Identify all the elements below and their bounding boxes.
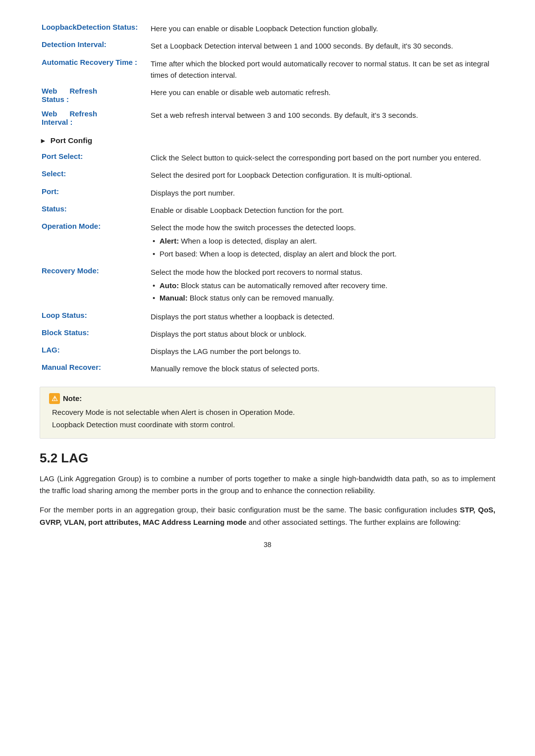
select-desc: Select the desired port for Loopback Det…: [149, 166, 495, 184]
note-item-1: Recovery Mode is not selectable when Ale…: [49, 407, 486, 418]
status-label: Status:: [42, 204, 67, 213]
lag-desc: Displays the LAG number the port belongs…: [149, 343, 495, 360]
web-refresh-status-desc: Here you can enable or disable web autom…: [149, 84, 495, 106]
manual-recover-row: Manual Recover: Manually remove the bloc…: [40, 360, 495, 377]
web-refresh-interval-label: Web Refresh Interval :: [42, 109, 97, 126]
note-item-2: Loopback Detection must coordinate with …: [49, 419, 486, 431]
port-select-desc: Click the Select button to quick-select …: [149, 149, 495, 166]
detection-interval-desc: Set a Loopback Detection interval betwee…: [149, 37, 495, 54]
loop-status-desc: Displays the port status whether a loopb…: [149, 308, 495, 325]
operation-mode-desc: Select the mode how the switch processes…: [149, 219, 495, 263]
loop-status-label: Loop Status:: [42, 311, 87, 319]
status-row: Status: Enable or disable Loopback Detec…: [40, 202, 495, 219]
port-config-fields-table: Port Select: Click the Select button to …: [40, 149, 495, 378]
detection-interval-label: Detection Interval:: [42, 40, 107, 49]
web-refresh-status-label: Web Refresh Status :: [42, 87, 97, 103]
automatic-recovery-time-label: Automatic Recovery Time :: [42, 58, 137, 66]
block-status-desc: Displays the port status about block or …: [149, 325, 495, 343]
recovery-mode-desc: Select the mode how the blocked port rec…: [149, 263, 495, 308]
section-52-para2: For the member ports in an aggregation g…: [40, 504, 495, 529]
select-label: Select:: [42, 169, 66, 178]
status-desc: Enable or disable Loopback Detection fun…: [149, 202, 495, 219]
note-title: Note:: [63, 394, 82, 403]
recovery-mode-bullets: Auto: Block status can be automatically …: [151, 280, 493, 304]
select-row: Select: Select the desired port for Loop…: [40, 166, 495, 184]
section-52: 5.2 LAG LAG (Link Aggregation Group) is …: [40, 451, 495, 529]
loopback-detection-status-desc: Here you can enable or disable Loopback …: [149, 20, 495, 37]
content-area: LoopbackDetection Status: Here you can e…: [40, 20, 495, 549]
recovery-mode-row: Recovery Mode: Select the mode how the b…: [40, 263, 495, 308]
port-desc: Displays the port number.: [149, 184, 495, 202]
lag-label: LAG:: [42, 346, 60, 354]
port-select-label: Port Select:: [42, 152, 83, 160]
recovery-mode-bullet-2: Manual: Block status only can be removed…: [151, 292, 493, 303]
manual-recover-label: Manual Recover:: [42, 363, 101, 371]
note-list: Recovery Mode is not selectable when Ale…: [49, 407, 486, 431]
block-status-row: Block Status: Displays the port status a…: [40, 325, 495, 343]
recovery-mode-bullet-1: Auto: Block status can be automatically …: [151, 280, 493, 291]
lag-row: LAG: Displays the LAG number the port be…: [40, 343, 495, 360]
section-52-para2-after: and other associated settings. The furth…: [247, 518, 461, 526]
detection-interval-row: Detection Interval: Set a Loopback Detec…: [40, 37, 495, 54]
recovery-mode-label: Recovery Mode:: [42, 266, 99, 275]
web-refresh-interval-row: Web Refresh Interval : Set a web refresh…: [40, 106, 495, 129]
manual-recover-desc: Manually remove the block status of sele…: [149, 360, 495, 377]
operation-mode-bullet-1: Alert: When a loop is detected, display …: [151, 235, 493, 247]
note-warning-icon: ⚠: [49, 393, 60, 404]
automatic-recovery-time-row: Automatic Recovery Time : Time after whi…: [40, 55, 495, 84]
operation-mode-bullet-2: Port based: When a loop is detected, dis…: [151, 248, 493, 259]
operation-mode-bullets: Alert: When a loop is detected, display …: [151, 235, 493, 259]
loop-status-row: Loop Status: Displays the port status wh…: [40, 308, 495, 325]
port-select-row: Port Select: Click the Select button to …: [40, 149, 495, 166]
loopback-detection-status-label: LoopbackDetection Status:: [42, 23, 138, 31]
global-fields-table: LoopbackDetection Status: Here you can e…: [40, 20, 495, 129]
port-label: Port:: [42, 187, 59, 196]
section-52-para2-before: For the member ports in an aggregation g…: [40, 505, 460, 514]
section-52-para1: LAG (Link Aggregation Group) is to combi…: [40, 473, 495, 498]
operation-mode-row: Operation Mode: Select the mode how the …: [40, 219, 495, 263]
port-config-section-header: ► Port Config: [40, 136, 495, 145]
block-status-label: Block Status:: [42, 328, 89, 337]
section-arrow-icon: ►: [40, 137, 47, 145]
web-refresh-interval-desc: Set a web refresh interval between 3 and…: [149, 106, 495, 129]
port-row: Port: Displays the port number.: [40, 184, 495, 202]
section-52-title: 5.2 LAG: [40, 451, 495, 466]
note-box: ⚠ Note: Recovery Mode is not selectable …: [40, 387, 495, 439]
note-header: ⚠ Note:: [49, 393, 486, 404]
automatic-recovery-time-desc: Time after which the blocked port would …: [149, 55, 495, 84]
page-number: 38: [40, 541, 495, 549]
operation-mode-label: Operation Mode:: [42, 222, 101, 230]
port-config-title: Port Config: [51, 136, 92, 145]
web-refresh-status-row: Web Refresh Status : Here you can enable…: [40, 84, 495, 106]
loopback-detection-status-row: LoopbackDetection Status: Here you can e…: [40, 20, 495, 37]
